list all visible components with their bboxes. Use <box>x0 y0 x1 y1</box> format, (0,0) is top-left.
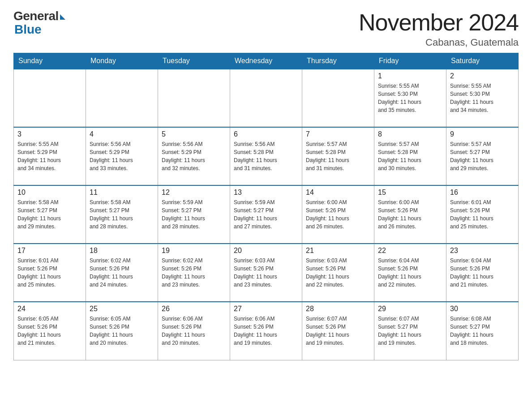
logo-general-text: General <box>13 9 59 23</box>
day-info: Sunrise: 6:05 AM Sunset: 5:26 PM Dayligh… <box>17 315 82 347</box>
header-wednesday: Wednesday <box>230 53 302 69</box>
calendar-cell: 19Sunrise: 6:02 AM Sunset: 5:26 PM Dayli… <box>158 244 230 302</box>
calendar-cell: 1Sunrise: 5:55 AM Sunset: 5:30 PM Daylig… <box>374 69 446 127</box>
calendar-cell: 18Sunrise: 6:02 AM Sunset: 5:26 PM Dayli… <box>86 244 158 302</box>
calendar-cell: 9Sunrise: 5:57 AM Sunset: 5:27 PM Daylig… <box>446 127 519 185</box>
calendar-cell <box>230 69 302 127</box>
day-number: 13 <box>234 188 298 197</box>
location-subtitle: Cabanas, Guatemala <box>359 37 519 48</box>
day-number: 18 <box>90 247 154 255</box>
day-number: 5 <box>162 130 226 138</box>
header-sunday: Sunday <box>14 53 86 69</box>
day-info: Sunrise: 5:55 AM Sunset: 5:29 PM Dayligh… <box>17 140 82 172</box>
calendar-cell: 5Sunrise: 5:56 AM Sunset: 5:29 PM Daylig… <box>158 127 230 185</box>
day-info: Sunrise: 5:59 AM Sunset: 5:27 PM Dayligh… <box>162 198 226 231</box>
month-title: November 2024 <box>359 9 519 36</box>
calendar-cell: 16Sunrise: 6:01 AM Sunset: 5:26 PM Dayli… <box>446 185 519 244</box>
calendar-cell: 15Sunrise: 6:00 AM Sunset: 5:26 PM Dayli… <box>374 185 446 244</box>
day-number: 7 <box>306 130 370 138</box>
title-section: November 2024 Cabanas, Guatemala <box>359 9 519 48</box>
calendar-cell <box>86 69 158 127</box>
day-info: Sunrise: 5:57 AM Sunset: 5:27 PM Dayligh… <box>450 140 515 172</box>
day-number: 2 <box>450 72 515 80</box>
day-info: Sunrise: 6:05 AM Sunset: 5:26 PM Dayligh… <box>90 315 154 347</box>
day-number: 15 <box>378 188 442 197</box>
calendar-cell: 10Sunrise: 5:58 AM Sunset: 5:27 PM Dayli… <box>14 185 86 244</box>
day-info: Sunrise: 5:59 AM Sunset: 5:27 PM Dayligh… <box>234 198 298 231</box>
day-info: Sunrise: 5:57 AM Sunset: 5:28 PM Dayligh… <box>306 140 370 172</box>
header-tuesday: Tuesday <box>158 53 230 69</box>
calendar-cell: 20Sunrise: 6:03 AM Sunset: 5:26 PM Dayli… <box>230 244 302 302</box>
day-info: Sunrise: 6:01 AM Sunset: 5:26 PM Dayligh… <box>17 257 82 289</box>
calendar-cell: 23Sunrise: 6:04 AM Sunset: 5:26 PM Dayli… <box>446 244 519 302</box>
calendar-cell: 21Sunrise: 6:03 AM Sunset: 5:26 PM Dayli… <box>302 244 374 302</box>
day-info: Sunrise: 6:07 AM Sunset: 5:26 PM Dayligh… <box>306 315 370 347</box>
day-number: 14 <box>306 188 370 197</box>
day-number: 21 <box>306 247 370 255</box>
calendar-cell: 27Sunrise: 6:06 AM Sunset: 5:26 PM Dayli… <box>230 302 302 360</box>
day-info: Sunrise: 6:04 AM Sunset: 5:26 PM Dayligh… <box>378 257 442 289</box>
day-number: 8 <box>378 130 442 138</box>
calendar-cell: 14Sunrise: 6:00 AM Sunset: 5:26 PM Dayli… <box>302 185 374 244</box>
day-info: Sunrise: 6:04 AM Sunset: 5:26 PM Dayligh… <box>450 257 515 289</box>
day-number: 10 <box>17 188 82 197</box>
header-saturday: Saturday <box>446 53 519 69</box>
day-info: Sunrise: 6:00 AM Sunset: 5:26 PM Dayligh… <box>378 198 442 231</box>
day-number: 29 <box>378 305 442 313</box>
week-row-3: 10Sunrise: 5:58 AM Sunset: 5:27 PM Dayli… <box>14 185 519 244</box>
calendar-cell <box>158 69 230 127</box>
calendar-cell: 12Sunrise: 5:59 AM Sunset: 5:27 PM Dayli… <box>158 185 230 244</box>
day-number: 9 <box>450 130 515 138</box>
day-info: Sunrise: 6:02 AM Sunset: 5:26 PM Dayligh… <box>90 257 154 289</box>
day-number: 19 <box>162 247 226 255</box>
day-info: Sunrise: 6:07 AM Sunset: 5:27 PM Dayligh… <box>378 315 442 347</box>
day-info: Sunrise: 6:06 AM Sunset: 5:26 PM Dayligh… <box>234 315 298 347</box>
day-info: Sunrise: 5:58 AM Sunset: 5:27 PM Dayligh… <box>17 198 82 231</box>
day-number: 6 <box>234 130 298 138</box>
logo: General Blue <box>13 9 65 37</box>
day-number: 12 <box>162 188 226 197</box>
week-row-5: 24Sunrise: 6:05 AM Sunset: 5:26 PM Dayli… <box>14 302 519 360</box>
day-number: 1 <box>378 72 442 80</box>
day-info: Sunrise: 5:56 AM Sunset: 5:29 PM Dayligh… <box>162 140 226 172</box>
calendar-cell: 17Sunrise: 6:01 AM Sunset: 5:26 PM Dayli… <box>14 244 86 302</box>
day-info: Sunrise: 5:55 AM Sunset: 5:30 PM Dayligh… <box>450 82 515 114</box>
day-info: Sunrise: 6:00 AM Sunset: 5:26 PM Dayligh… <box>306 198 370 231</box>
calendar-cell: 25Sunrise: 6:05 AM Sunset: 5:26 PM Dayli… <box>86 302 158 360</box>
calendar-cell <box>14 69 86 127</box>
day-number: 20 <box>234 247 298 255</box>
day-number: 11 <box>90 188 154 197</box>
day-number: 3 <box>17 130 82 138</box>
week-row-4: 17Sunrise: 6:01 AM Sunset: 5:26 PM Dayli… <box>14 244 519 302</box>
header-friday: Friday <box>374 53 446 69</box>
day-number: 24 <box>17 305 82 313</box>
day-info: Sunrise: 6:01 AM Sunset: 5:26 PM Dayligh… <box>450 198 515 231</box>
calendar-cell: 29Sunrise: 6:07 AM Sunset: 5:27 PM Dayli… <box>374 302 446 360</box>
calendar-cell: 22Sunrise: 6:04 AM Sunset: 5:26 PM Dayli… <box>374 244 446 302</box>
calendar-cell: 30Sunrise: 6:08 AM Sunset: 5:27 PM Dayli… <box>446 302 519 360</box>
day-number: 16 <box>450 188 515 197</box>
week-row-2: 3Sunrise: 5:55 AM Sunset: 5:29 PM Daylig… <box>14 127 519 185</box>
day-info: Sunrise: 5:57 AM Sunset: 5:28 PM Dayligh… <box>378 140 442 172</box>
day-number: 22 <box>378 247 442 255</box>
page-header: General Blue November 2024 Cabanas, Guat… <box>13 9 519 48</box>
calendar-cell: 13Sunrise: 5:59 AM Sunset: 5:27 PM Dayli… <box>230 185 302 244</box>
header-monday: Monday <box>86 53 158 69</box>
day-info: Sunrise: 6:06 AM Sunset: 5:26 PM Dayligh… <box>162 315 226 347</box>
calendar-cell: 3Sunrise: 5:55 AM Sunset: 5:29 PM Daylig… <box>14 127 86 185</box>
logo-blue-text: Blue <box>14 22 42 37</box>
day-number: 23 <box>450 247 515 255</box>
day-info: Sunrise: 5:56 AM Sunset: 5:28 PM Dayligh… <box>234 140 298 172</box>
week-row-1: 1Sunrise: 5:55 AM Sunset: 5:30 PM Daylig… <box>14 69 519 127</box>
logo-arrow-icon <box>60 14 65 20</box>
day-number: 25 <box>90 305 154 313</box>
calendar-header-row: SundayMondayTuesdayWednesdayThursdayFrid… <box>14 53 519 69</box>
calendar-cell: 24Sunrise: 6:05 AM Sunset: 5:26 PM Dayli… <box>14 302 86 360</box>
day-number: 4 <box>90 130 154 138</box>
day-number: 17 <box>17 247 82 255</box>
calendar-cell: 26Sunrise: 6:06 AM Sunset: 5:26 PM Dayli… <box>158 302 230 360</box>
calendar-cell: 6Sunrise: 5:56 AM Sunset: 5:28 PM Daylig… <box>230 127 302 185</box>
day-number: 28 <box>306 305 370 313</box>
calendar-cell: 28Sunrise: 6:07 AM Sunset: 5:26 PM Dayli… <box>302 302 374 360</box>
calendar-table: SundayMondayTuesdayWednesdayThursdayFrid… <box>13 53 519 360</box>
